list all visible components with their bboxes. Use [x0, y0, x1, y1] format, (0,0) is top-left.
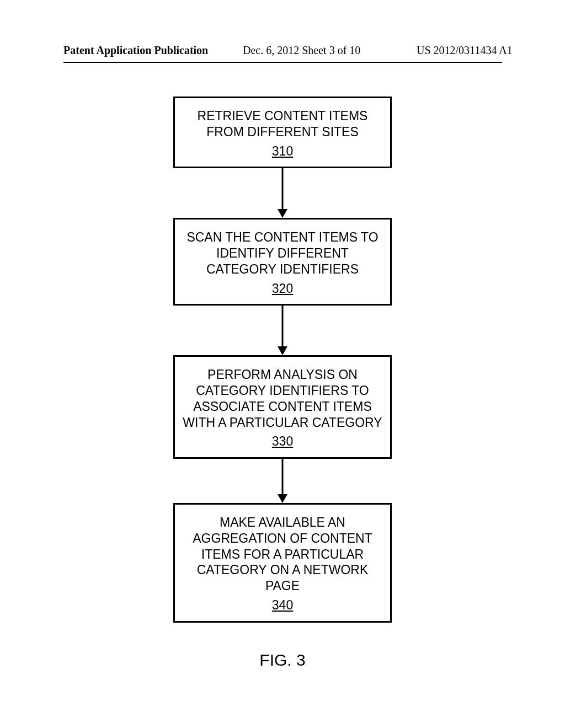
flow-box-text: RETRIEVE CONTENT ITEMS FROM DIFFERENT SI… [198, 109, 368, 139]
figure-label: FIG. 3 [0, 651, 565, 670]
arrow-down-icon [274, 168, 291, 218]
flow-box-text: MAKE AVAILABLE AN AGGREGATION OF CONTENT… [193, 515, 372, 593]
arrow-3 [166, 459, 399, 503]
flow-box-310: RETRIEVE CONTENT ITEMS FROM DIFFERENT SI… [173, 97, 392, 168]
flow-box-number: 330 [180, 433, 385, 449]
arrow-down-icon [274, 459, 291, 503]
flow-box-text: SCAN THE CONTENT ITEMS TO IDENTIFY DIFFE… [186, 230, 378, 276]
header-rule [63, 62, 502, 63]
page: Patent Application Publication Dec. 6, 2… [0, 0, 565, 728]
arrow-down-icon [274, 306, 291, 355]
arrow-1 [166, 168, 399, 218]
arrow-2 [166, 306, 399, 355]
flow-box-number: 320 [180, 281, 385, 297]
flowchart: RETRIEVE CONTENT ITEMS FROM DIFFERENT SI… [166, 97, 399, 623]
flow-box-number: 310 [180, 143, 385, 159]
flow-box-330: PERFORM ANALYSIS ON CATEGORY IDENTIFIERS… [173, 355, 392, 459]
flow-box-text: PERFORM ANALYSIS ON CATEGORY IDENTIFIERS… [183, 367, 382, 429]
header-right: US 2012/0311434 A1 [417, 44, 513, 57]
flow-box-340: MAKE AVAILABLE AN AGGREGATION OF CONTENT… [173, 503, 392, 623]
flow-box-320: SCAN THE CONTENT ITEMS TO IDENTIFY DIFFE… [173, 218, 392, 306]
flow-box-number: 340 [180, 597, 385, 613]
svg-marker-1 [278, 209, 287, 218]
svg-marker-3 [278, 346, 287, 355]
header-left: Patent Application Publication [63, 44, 208, 57]
header-mid: Dec. 6, 2012 Sheet 3 of 10 [243, 44, 360, 57]
svg-marker-5 [278, 494, 287, 503]
